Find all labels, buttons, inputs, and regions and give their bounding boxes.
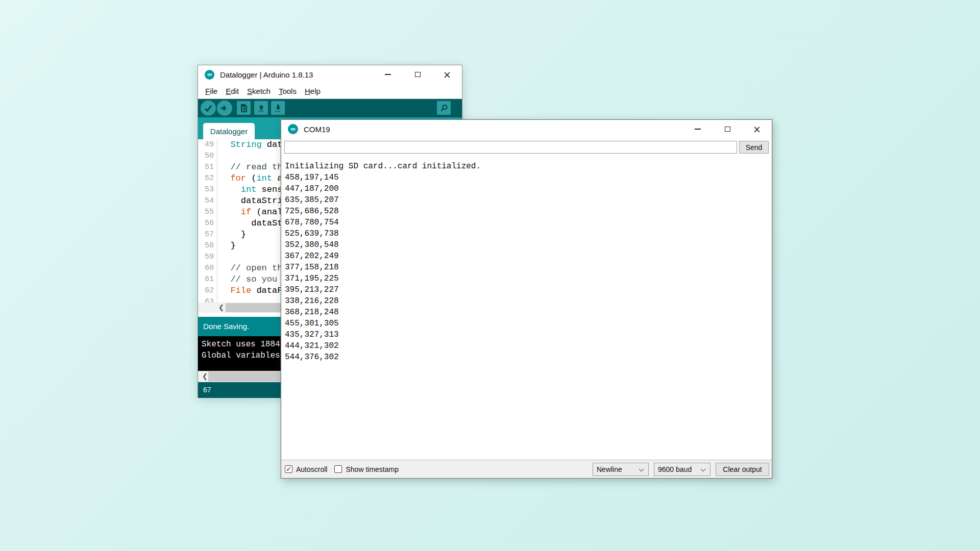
serial-title-bar[interactable]: ∞ COM19 × bbox=[281, 120, 772, 138]
line-number: 54 bbox=[198, 195, 217, 207]
upload-button[interactable] bbox=[217, 101, 232, 116]
check-icon bbox=[204, 104, 213, 113]
line-number: 58 bbox=[198, 240, 217, 252]
chevron-down-icon bbox=[639, 467, 644, 472]
clear-output-button[interactable]: Clear output bbox=[716, 463, 769, 476]
minimize-icon bbox=[695, 129, 701, 130]
line-number: 55 bbox=[198, 207, 217, 218]
down-arrow-icon bbox=[274, 104, 283, 113]
clear-output-label: Clear output bbox=[723, 465, 762, 473]
line-number: 51 bbox=[198, 162, 217, 173]
code-text: } bbox=[217, 229, 246, 240]
close-icon: × bbox=[753, 124, 761, 134]
code-text bbox=[217, 252, 220, 263]
arduino-logo-icon: ∞ bbox=[288, 124, 298, 134]
serial-output-line: 444,321,302 bbox=[285, 340, 772, 352]
tab-datalogger[interactable]: Datalogger bbox=[203, 123, 255, 139]
serial-output-line: 371,195,225 bbox=[285, 273, 772, 284]
right-arrow-icon bbox=[220, 104, 229, 113]
serial-output-line: 544,376,302 bbox=[285, 352, 772, 363]
line-number: 59 bbox=[198, 252, 217, 263]
code-text: } bbox=[217, 240, 236, 252]
autoscroll-checkbox[interactable] bbox=[285, 465, 292, 473]
chevron-down-icon bbox=[701, 467, 706, 472]
new-sketch-button[interactable] bbox=[237, 101, 251, 115]
serial-monitor-window: ∞ COM19 × Send Initializing SD card...ca… bbox=[281, 119, 772, 479]
tab-label: Datalogger bbox=[210, 127, 248, 136]
menu-bar: FileEditSketchToolsHelp bbox=[198, 84, 462, 99]
line-number: 62 bbox=[198, 285, 217, 296]
document-icon bbox=[240, 104, 248, 113]
serial-window-title: COM19 bbox=[304, 125, 330, 134]
baud-rate-value: 9600 baud bbox=[658, 465, 692, 473]
serial-output-area[interactable]: Initializing SD card...card initialized.… bbox=[281, 157, 772, 460]
timestamp-toggle[interactable]: Show timestamp bbox=[334, 465, 398, 473]
line-number: 52 bbox=[198, 173, 217, 184]
scroll-left-icon[interactable]: ❮ bbox=[202, 371, 208, 382]
ide-toolbar bbox=[198, 99, 462, 117]
serial-output-line: 368,218,248 bbox=[285, 307, 772, 318]
save-sketch-button[interactable] bbox=[271, 101, 285, 115]
serial-output-line: 377,158,218 bbox=[285, 262, 772, 273]
maximize-icon bbox=[415, 72, 421, 77]
line-number: 57 bbox=[198, 229, 217, 240]
serial-maximize-button[interactable] bbox=[713, 120, 742, 138]
serial-input[interactable] bbox=[284, 141, 737, 154]
serial-monitor-button[interactable] bbox=[437, 101, 451, 115]
scroll-left-icon[interactable]: ❮ bbox=[218, 303, 224, 313]
serial-output-line: Initializing SD card...card initialized. bbox=[285, 161, 772, 172]
serial-output-line: 455,301,305 bbox=[285, 318, 772, 329]
autoscroll-label: Autoscroll bbox=[296, 465, 327, 473]
up-arrow-icon bbox=[257, 104, 266, 113]
serial-output-line: 525,639,738 bbox=[285, 228, 772, 239]
line-ending-value: Newline bbox=[597, 465, 622, 473]
serial-output-line: 635,385,207 bbox=[285, 194, 772, 206]
line-ending-select[interactable]: Newline bbox=[593, 463, 649, 476]
baud-rate-select[interactable]: 9600 baud bbox=[654, 463, 710, 476]
serial-output-line: 725,686,528 bbox=[285, 206, 772, 217]
arduino-logo-icon: ∞ bbox=[205, 70, 214, 80]
code-text bbox=[217, 296, 220, 303]
serial-bottom-bar: Autoscroll Show timestamp Newline 9600 b… bbox=[281, 460, 772, 478]
send-button-label: Send bbox=[746, 143, 763, 152]
ide-close-button[interactable]: × bbox=[432, 65, 462, 84]
line-number: 56 bbox=[198, 218, 217, 229]
serial-output-line: 338,216,228 bbox=[285, 295, 772, 307]
serial-output-line: 435,327,313 bbox=[285, 329, 772, 340]
menu-item-sketch[interactable]: Sketch bbox=[243, 87, 275, 95]
close-icon: × bbox=[443, 70, 451, 80]
serial-minimize-button[interactable] bbox=[683, 120, 713, 138]
serial-close-button[interactable]: × bbox=[742, 120, 772, 138]
send-button[interactable]: Send bbox=[739, 141, 769, 154]
timestamp-checkbox[interactable] bbox=[334, 465, 342, 473]
serial-output-line: 395,213,227 bbox=[285, 284, 772, 295]
timestamp-label: Show timestamp bbox=[346, 465, 398, 473]
maximize-icon bbox=[725, 127, 730, 132]
open-sketch-button[interactable] bbox=[254, 101, 268, 115]
ide-window-title: Datalogger | Arduino 1.8.13 bbox=[220, 70, 313, 79]
serial-output-line: 678,780,754 bbox=[285, 217, 772, 228]
magnifier-icon bbox=[439, 104, 449, 113]
line-number: 63 bbox=[198, 296, 217, 303]
serial-input-row: Send bbox=[281, 138, 772, 157]
serial-output-line: 352,380,548 bbox=[285, 239, 772, 251]
line-number: 49 bbox=[198, 139, 217, 151]
menu-item-edit[interactable]: Edit bbox=[222, 87, 243, 95]
minimize-icon bbox=[385, 74, 391, 75]
menu-item-file[interactable]: File bbox=[201, 87, 222, 95]
serial-output-line: 447,187,200 bbox=[285, 183, 772, 194]
ide-title-bar[interactable]: ∞ Datalogger | Arduino 1.8.13 × bbox=[198, 65, 462, 84]
line-number: 50 bbox=[198, 151, 217, 162]
ide-maximize-button[interactable] bbox=[403, 65, 432, 84]
ide-minimize-button[interactable] bbox=[373, 65, 403, 84]
autoscroll-toggle[interactable]: Autoscroll bbox=[285, 465, 327, 473]
line-number: 61 bbox=[198, 274, 217, 285]
line-number: 60 bbox=[198, 263, 217, 274]
verify-button[interactable] bbox=[201, 101, 216, 116]
serial-output-line: 458,197,145 bbox=[285, 172, 772, 183]
code-text bbox=[217, 151, 220, 162]
serial-output-line: 367,202,249 bbox=[285, 251, 772, 262]
line-number: 53 bbox=[198, 184, 217, 195]
menu-item-tools[interactable]: Tools bbox=[275, 87, 301, 95]
menu-item-help[interactable]: Help bbox=[301, 87, 325, 95]
